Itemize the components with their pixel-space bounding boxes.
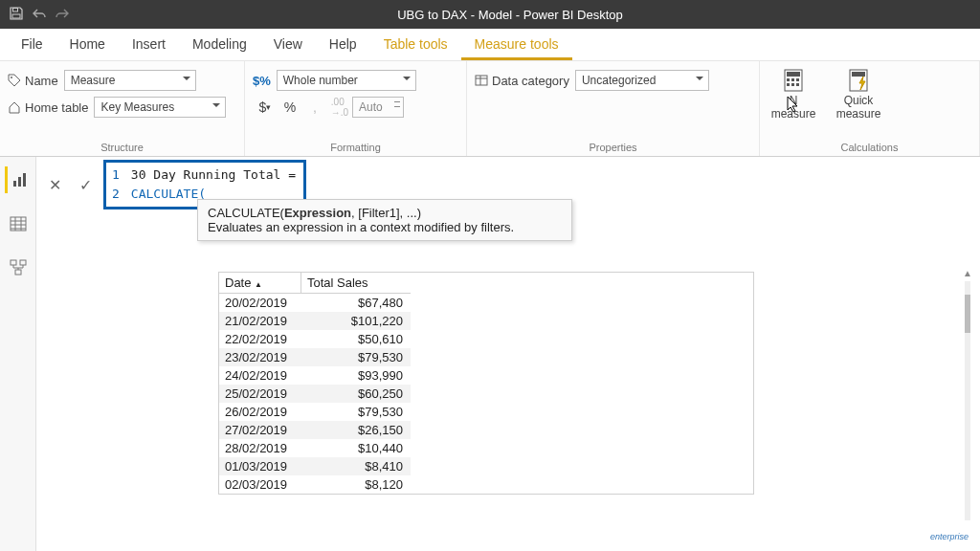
table-row[interactable]: 24/02/2019$93,990: [219, 366, 411, 385]
home-icon: [8, 100, 21, 114]
ribbon-tabs: File Home Insert Modeling View Help Tabl…: [0, 29, 980, 61]
svg-rect-13: [852, 72, 865, 77]
tab-help[interactable]: Help: [316, 29, 370, 60]
tooltip-active-arg: Expression: [284, 206, 351, 220]
data-view-button[interactable]: [5, 210, 32, 237]
decimal-button[interactable]: .00→.0: [327, 95, 352, 120]
data-category-label: Data category: [475, 74, 569, 88]
scroll-thumb[interactable]: [965, 295, 970, 333]
svg-rect-7: [791, 78, 794, 81]
table-row[interactable]: 23/02/2019$79,530: [219, 348, 411, 366]
tag-icon: [8, 74, 21, 87]
save-icon[interactable]: [10, 7, 23, 23]
svg-rect-18: [11, 260, 16, 265]
quick-measure-icon: [848, 67, 869, 94]
svg-rect-5: [787, 72, 800, 77]
data-table-wrap: Date ▲ Total Sales 20/02/2019$67,48021/0…: [218, 272, 754, 495]
group-formatting: $% Whole number $ ▾ % , .00→.0 Auto Form…: [245, 61, 467, 156]
titlebar: UBG to DAX - Model - Power BI Desktop: [0, 0, 980, 29]
tab-view[interactable]: View: [260, 29, 316, 60]
tooltip-sig-rest: , [Filter1], ...): [351, 206, 421, 220]
tab-modeling[interactable]: Modeling: [179, 29, 260, 60]
tooltip-sig-start: CALCULATE(: [208, 206, 284, 220]
decimal-places-input[interactable]: Auto: [352, 97, 404, 118]
svg-rect-11: [796, 83, 799, 86]
svg-rect-19: [20, 260, 26, 265]
canvas: ✕ ✓ 1 30 Day Running Total = 2 CALCULATE…: [36, 157, 980, 551]
category-icon: [475, 74, 488, 87]
data-category-select[interactable]: Uncategorized: [575, 70, 709, 91]
vertical-scrollbar[interactable]: ▲: [965, 281, 970, 520]
measure-name-input[interactable]: Measure: [64, 70, 196, 91]
table-row[interactable]: 27/02/2019$26,150: [219, 421, 411, 439]
svg-rect-20: [15, 270, 21, 275]
svg-rect-8: [796, 78, 799, 81]
currency-button[interactable]: $ ▾: [253, 95, 278, 120]
svg-rect-0: [13, 8, 18, 11]
intellisense-tooltip: CALCULATE(Expression, [Filter1], ...) Ev…: [197, 199, 572, 241]
undo-icon[interactable]: [33, 7, 46, 23]
col-header-total-sales[interactable]: Total Sales: [301, 273, 409, 293]
calculator-icon: [783, 67, 804, 94]
home-table-label: Home table: [8, 100, 88, 115]
home-table-select[interactable]: Key Measures: [94, 97, 226, 118]
format-icon: $%: [253, 74, 271, 88]
table-row[interactable]: 26/02/2019$79,530: [219, 403, 411, 421]
svg-rect-14: [13, 181, 16, 187]
tab-file[interactable]: File: [8, 29, 56, 60]
svg-rect-3: [476, 76, 487, 85]
svg-rect-10: [791, 83, 794, 86]
table-row[interactable]: 25/02/2019$60,250: [219, 385, 411, 403]
group-label-calculations: Calculations: [768, 140, 971, 156]
svg-rect-9: [787, 83, 790, 86]
svg-point-2: [11, 77, 12, 78]
chart-icon: [11, 171, 29, 188]
group-label-formatting: Formatting: [253, 140, 458, 156]
table-row[interactable]: 22/02/2019$50,610: [219, 330, 411, 348]
tab-measure-tools[interactable]: Measure tools: [461, 29, 572, 60]
table-row[interactable]: 20/02/2019$67,480: [219, 294, 411, 312]
formula-commit-button[interactable]: ✓: [73, 172, 98, 197]
table-row[interactable]: 28/02/2019$10,440: [219, 439, 411, 457]
cursor-icon: [787, 96, 800, 113]
svg-rect-16: [23, 173, 26, 187]
quick-measure-button[interactable]: Quick measure: [833, 67, 884, 121]
table-row[interactable]: 01/03/2019$8,410: [219, 457, 411, 475]
group-label-properties: Properties: [475, 140, 751, 156]
watermark: enterprise: [930, 532, 969, 541]
tooltip-description: Evaluates an expression in a context mod…: [208, 220, 562, 234]
model-icon: [10, 259, 27, 276]
report-view-button[interactable]: [5, 166, 32, 193]
model-view-button[interactable]: [5, 254, 32, 281]
svg-rect-6: [787, 78, 790, 81]
new-measure-button[interactable]: N measure: [768, 67, 819, 121]
scroll-up-arrow[interactable]: ▲: [963, 268, 972, 278]
group-label-structure: Structure: [8, 140, 236, 156]
tab-table-tools[interactable]: Table tools: [370, 29, 461, 60]
tab-home[interactable]: Home: [56, 29, 119, 60]
data-table: Date ▲ Total Sales 20/02/2019$67,48021/0…: [219, 273, 411, 494]
formula-cancel-button[interactable]: ✕: [42, 172, 67, 197]
table-row[interactable]: 02/03/2019$8,120: [219, 475, 411, 494]
group-structure: Name Measure Home table Key Measures Str…: [0, 61, 245, 156]
format-select[interactable]: Whole number: [277, 70, 416, 91]
svg-rect-15: [18, 177, 21, 187]
col-header-date[interactable]: Date ▲: [219, 273, 301, 293]
percent-button[interactable]: %: [278, 95, 302, 120]
table-row[interactable]: 21/02/2019$101,220: [219, 312, 411, 330]
table-icon: [10, 215, 27, 232]
tab-insert[interactable]: Insert: [119, 29, 179, 60]
comma-button[interactable]: ,: [302, 95, 327, 120]
window-title: UBG to DAX - Model - Power BI Desktop: [78, 8, 980, 22]
group-calculations: N measure Quick measure Calculations: [760, 61, 980, 156]
svg-rect-1: [12, 14, 20, 18]
group-properties: Data category Uncategorized Properties: [467, 61, 760, 156]
view-switcher: [0, 157, 36, 551]
table-header: Date ▲ Total Sales: [219, 273, 411, 294]
ribbon: Name Measure Home table Key Measures Str…: [0, 61, 980, 157]
name-label: Name: [8, 74, 58, 88]
redo-icon[interactable]: [56, 7, 69, 23]
